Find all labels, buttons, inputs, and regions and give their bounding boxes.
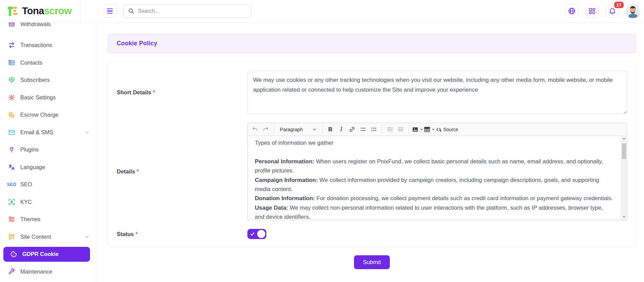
sidebar-toggle-button[interactable] (103, 4, 117, 18)
sidebar-item-label: SEO (20, 181, 32, 188)
scrollbar-thumb[interactable] (622, 143, 626, 159)
sidebar-item-kyc[interactable]: KYC (0, 193, 97, 211)
sidebar-item-label: Plugins (20, 146, 39, 153)
link-button[interactable] (347, 124, 357, 135)
italic-button[interactable]: I (336, 124, 347, 135)
sidebar-item-label: Transactions (20, 42, 52, 48)
sidebar-item-email-sms[interactable]: Email & SMS (0, 124, 97, 141)
svg-text:2: 2 (371, 130, 372, 132)
redo-button[interactable] (261, 124, 271, 135)
sidebar-item-plugins[interactable]: Plugins (0, 141, 97, 159)
submit-button[interactable]: Submit (354, 255, 390, 269)
sidebar-item-label: Language (20, 164, 45, 170)
source-code-icon (436, 126, 442, 133)
editor-paragraph: Usage Data: We may collect non-personal … (255, 203, 613, 220)
sidebar-item-label: Maintenance (20, 268, 52, 275)
brand-logo-icon (6, 5, 19, 18)
hamburger-icon (107, 8, 113, 9)
sidebar-item-label: Themes (20, 216, 41, 222)
redo-icon (263, 126, 269, 133)
plug-icon (8, 146, 15, 153)
notifications-button[interactable]: 17 (605, 4, 619, 18)
outdent-button[interactable] (385, 124, 395, 135)
wrench-icon (8, 268, 15, 275)
seo-text-icon: SEO (7, 182, 16, 187)
sidebar-item-site-content[interactable]: Site Content (0, 228, 97, 246)
editor-scrollbar[interactable]: ▲ ▼ (621, 136, 627, 220)
main-content: Cookie Policy Short Details * We may use… (97, 22, 644, 282)
sidebar-item-gdpr-cookie[interactable]: GDPR Cookie (3, 247, 90, 262)
status-label: Status * (117, 229, 247, 239)
numbered-list-button[interactable]: 12 (369, 124, 379, 135)
source-button[interactable]: Source (436, 124, 458, 135)
app-root: Tonascrow (0, 0, 644, 282)
paragraph-format-dropdown[interactable]: Paragraph (277, 124, 319, 135)
bulleted-list-icon (360, 126, 366, 133)
editor-paragraph (255, 147, 613, 157)
sidebar-item-themes[interactable]: Themes (0, 211, 97, 228)
editor-paragraph: Personal Information: When users registe… (255, 157, 613, 175)
search-input[interactable] (138, 8, 247, 14)
insert-image-button[interactable] (412, 124, 423, 135)
sidebar-item-label: Basic Settings (20, 94, 56, 101)
svg-text:1: 1 (371, 127, 372, 129)
apps-menu-button[interactable] (585, 4, 599, 18)
scroll-up-arrow[interactable]: ▲ (621, 136, 627, 141)
numbered-list-icon: 12 (371, 126, 377, 133)
chevron-down-icon (85, 130, 90, 135)
scroll-down-arrow[interactable]: ▼ (621, 214, 627, 220)
top-header: Tonascrow (0, 0, 644, 22)
sidebar-item-seo[interactable]: SEO SEO (0, 176, 97, 193)
chevron-down-icon (85, 234, 90, 239)
sidebar-item-withdrawals[interactable]: Withdrawals (0, 22, 97, 33)
short-details-input[interactable]: We may use cookies or any other tracking… (247, 71, 627, 114)
brand-logo[interactable]: Tonascrow (0, 0, 81, 22)
layout-icon (8, 216, 15, 223)
cookie-policy-form: Short Details * We may use cookies or an… (108, 62, 636, 247)
page-title-card: Cookie Policy (108, 34, 636, 53)
editor-toolbar: Paragraph B I 12 (248, 123, 627, 136)
chevron-down-icon (420, 127, 423, 131)
brand-name: Tonascrow (22, 5, 71, 17)
page-title: Cookie Policy (117, 40, 157, 47)
sidebar: Withdrawals Transactions Contacts Subscr… (0, 22, 97, 282)
sidebar-item-label: Site Content (20, 234, 51, 240)
required-asterisk: * (135, 231, 137, 237)
editor-content[interactable]: ▲ ▼ Types of information we gatherPerson… (248, 136, 627, 220)
cookie-icon (10, 251, 17, 258)
chevron-down-icon (312, 127, 316, 132)
heart-pulse-icon (8, 76, 15, 84)
chevron-down-icon (431, 127, 435, 131)
required-asterisk: * (137, 168, 139, 175)
sidebar-item-subscribers[interactable]: Subscribers (0, 71, 97, 89)
sidebar-item-label: Subscribers (20, 77, 50, 83)
face-scan-icon (8, 198, 15, 206)
status-toggle[interactable] (247, 229, 266, 239)
indent-button[interactable] (396, 124, 406, 135)
sidebar-item-transactions[interactable]: Transactions (0, 37, 97, 54)
apps-grid-icon (588, 7, 596, 15)
sidebar-item-label: GDPR Cookie (22, 251, 59, 257)
sidebar-item-escrow-charge[interactable]: Escrow Charge (0, 106, 97, 124)
sidebar-item-basic-settings[interactable]: Basic Settings (0, 89, 97, 107)
sidebar-item-language[interactable]: Language (0, 159, 97, 176)
indent-icon (398, 126, 404, 133)
editor-paragraph: Donation Information: For donation proce… (255, 194, 613, 203)
editor-paragraph: Campaign Information: We collect informa… (255, 175, 613, 194)
check-icon (250, 232, 255, 236)
sidebar-item-contacts[interactable]: Contacts (0, 54, 97, 72)
insert-table-button[interactable] (424, 124, 435, 135)
coins-icon (8, 111, 15, 118)
short-details-label: Short Details * (117, 71, 247, 114)
language-globe-button[interactable] (565, 4, 579, 18)
transactions-icon (8, 42, 15, 49)
table-icon (424, 126, 430, 133)
sidebar-item-label: Email & SMS (20, 129, 53, 136)
bulleted-list-button[interactable] (358, 124, 368, 135)
withdrawals-icon (8, 22, 15, 28)
bold-button[interactable]: B (325, 124, 336, 135)
user-avatar[interactable] (626, 4, 640, 18)
required-asterisk: * (153, 89, 155, 96)
undo-button[interactable] (250, 124, 260, 135)
sidebar-item-maintenance[interactable]: Maintenance (0, 263, 97, 281)
